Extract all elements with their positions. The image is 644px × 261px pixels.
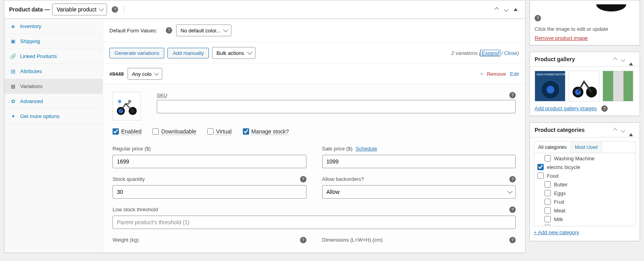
gallery-title: Product gallery [535,56,575,62]
tab-attributes[interactable]: ▤Attributes [4,64,103,79]
gallery-thumb[interactable]: HIGH POWER MOTOR [535,71,565,101]
remove-variation-link[interactable]: Remove [487,71,506,77]
edit-variation-link[interactable]: Edit [510,71,519,77]
help-icon[interactable]: ? [535,15,541,21]
product-data-tabs: ◈Inventory ▣Shipping 🔗Linked Products ▤A… [4,19,103,253]
backorders-select[interactable]: Allow [322,185,516,199]
variation-id: #9449 [109,71,124,77]
variation-header[interactable]: #9449 Any color… ≡ Remove Edit [103,64,525,84]
category-item[interactable]: Butter [537,180,632,189]
help-icon[interactable]: ? [300,176,306,182]
category-item[interactable]: Washing Machine [537,154,632,163]
weight-label: Weight (kg) [113,237,306,243]
category-item[interactable]: Fruit [537,197,632,206]
add-gallery-images-link[interactable]: Add product gallery images [535,105,597,111]
low-stock-input[interactable] [113,216,516,229]
expand-link[interactable]: Expand [481,50,499,56]
category-checkbox[interactable] [537,164,544,170]
gallery-thumb[interactable] [569,71,599,101]
generate-variations-button[interactable]: Generate variations [109,48,164,58]
svg-point-5 [128,100,131,103]
category-checkbox[interactable] [537,173,544,179]
category-checkbox[interactable] [544,155,551,161]
variation-attribute-select[interactable]: Any color… [128,68,162,80]
sku-input[interactable] [157,100,516,113]
regular-price-input[interactable] [113,155,306,168]
category-checkbox[interactable] [544,181,551,188]
category-checkbox[interactable] [544,190,551,196]
virtual-checkbox[interactable]: Virtual [207,128,231,135]
category-label: Fruit [554,199,564,205]
sale-price-input[interactable] [322,155,516,168]
panel-down-icon[interactable] [501,5,511,14]
default-color-select[interactable]: No default color... [176,24,231,36]
svg-rect-17 [623,71,633,101]
bike-icon [115,96,139,116]
category-item[interactable]: Vegetable [537,223,632,226]
panel-down-icon[interactable] [619,127,627,133]
panel-down-icon[interactable] [619,56,627,62]
tab-shipping[interactable]: ▣Shipping [4,34,103,49]
low-stock-label: Low stock threshold [113,207,516,212]
drag-handle-icon[interactable]: ≡ [481,71,483,77]
categories-title: Product categories [535,127,585,133]
tab-variations[interactable]: ▦Variations [4,79,103,94]
variation-checks: Enabled Downloadable Virtual Manage stoc… [113,128,516,135]
panel-up-icon[interactable] [611,56,619,62]
help-icon[interactable]: ? [300,237,306,243]
tab-inventory[interactable]: ◈Inventory [4,19,103,34]
category-item[interactable]: Milk [537,215,632,223]
product-data-title: Product data — [9,6,50,13]
tab-most-used[interactable]: Most Used [571,142,602,153]
category-label: Butter [554,182,568,188]
tab-advanced[interactable]: ✿Advanced [4,94,103,109]
category-checkbox[interactable] [544,199,551,205]
help-icon[interactable]: ? [509,237,516,243]
category-label: Washing Machine [554,156,595,161]
schedule-link[interactable]: Schedule [356,146,377,152]
product-image-preview[interactable] [588,4,627,12]
help-icon[interactable]: ? [509,92,516,98]
manage-stock-checkbox[interactable]: Manage stock? [243,128,289,135]
close-link[interactable]: Close [504,50,517,56]
panel-collapse-icon[interactable] [511,5,520,14]
variations-content: Default Form Values: ? No default color.… [103,19,525,253]
add-new-category-link[interactable]: + Add new category [534,229,579,235]
gallery-thumb[interactable] [603,71,633,101]
category-label: Milk [554,216,563,222]
product-type-select[interactable]: Variable product [52,4,107,15]
category-item[interactable]: Eggs [537,189,632,197]
product-image-box: ? Click the image to edit or update Remo… [529,0,640,45]
enabled-checkbox[interactable]: Enabled [113,128,141,135]
panel-collapse-icon[interactable] [627,56,635,62]
product-data-header: Product data — Variable product ? [4,0,525,19]
help-icon[interactable]: ? [509,207,516,213]
category-list[interactable]: Washing Machineelectric bicycleFoodButte… [534,153,636,226]
tab-get-more[interactable]: ✦Get more options [4,109,103,124]
panel-up-icon[interactable] [492,5,501,14]
add-manually-button[interactable]: Add manually [167,48,209,58]
backorders-label: Allow backorders? [322,176,516,182]
category-checkbox[interactable] [544,207,551,214]
help-icon[interactable]: ? [601,105,608,112]
stock-quantity-input[interactable] [113,185,306,199]
help-icon[interactable]: ? [112,6,118,13]
help-icon[interactable]: ? [166,27,172,34]
panel-collapse-icon[interactable] [627,127,635,133]
tab-linked-products[interactable]: 🔗Linked Products [4,49,103,64]
bulk-actions-select[interactable]: Bulk actions [212,47,255,59]
downloadable-checkbox[interactable]: Downloadable [152,128,196,135]
panel-up-icon[interactable] [611,127,619,133]
category-item[interactable]: Meat [537,206,632,215]
variation-body: SKU ? Enabled Downloadable Virtual Manag… [103,84,525,253]
tab-all-categories[interactable]: All categories [534,142,571,153]
variation-image-thumb[interactable] [113,92,141,120]
remove-product-image-link[interactable]: Remove product image [535,35,588,41]
category-item[interactable]: electric bicycle [537,163,632,171]
product-categories-box: Product categories All categories Most U… [529,122,640,241]
category-item[interactable]: Food [537,171,632,180]
category-checkbox[interactable] [544,216,551,222]
category-checkbox[interactable] [544,225,551,226]
sku-label: SKU ? [157,92,516,98]
help-icon[interactable]: ? [509,176,516,182]
